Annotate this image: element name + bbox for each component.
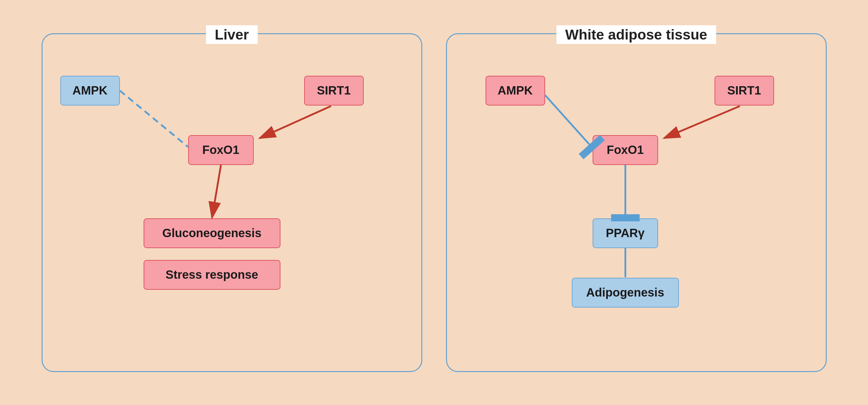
svg-line-11: [664, 106, 740, 138]
svg-line-5: [259, 106, 331, 138]
svg-line-6: [212, 165, 221, 218]
wat-panel: White adipose tissue AMPK SIRT1 FoxO1 PP…: [446, 33, 827, 372]
svg-line-0: [120, 91, 188, 147]
outer-container: Liver AMPK SIRT1 FoxO1 Gluconeogenesis S…: [18, 15, 850, 390]
wat-arrows: [447, 34, 826, 371]
liver-arrows: [42, 34, 421, 371]
svg-line-10: [545, 95, 592, 147]
liver-panel: Liver AMPK SIRT1 FoxO1 Gluconeogenesis S…: [42, 33, 422, 372]
